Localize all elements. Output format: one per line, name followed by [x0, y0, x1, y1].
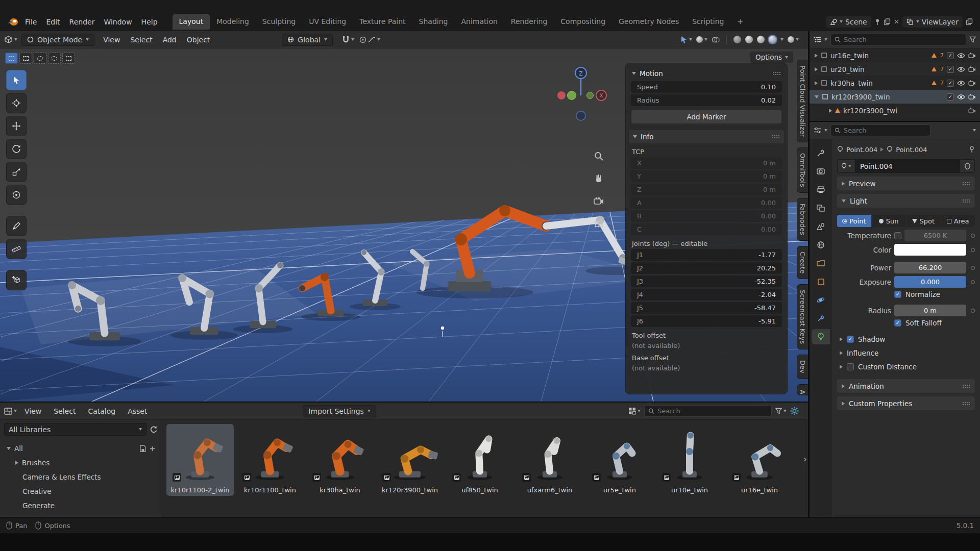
animate-dot[interactable]	[971, 234, 975, 238]
joint-j2-field[interactable]: J220.25	[631, 262, 782, 274]
workspace-tab-texture-paint[interactable]: Texture Paint	[353, 14, 412, 30]
light-type-spot-button[interactable]: Spot	[906, 215, 941, 227]
workspace-tab-rendering[interactable]: Rendering	[504, 14, 554, 30]
expand-icon[interactable]	[815, 54, 818, 58]
asset-tile-ur10e[interactable]: ur10e_twin	[656, 424, 723, 496]
asset-tile-ur16e[interactable]: ur16e_twin	[726, 424, 793, 496]
animation-panel-header[interactable]: Animation	[837, 379, 975, 393]
camera-view-icon[interactable]	[592, 194, 605, 208]
animate-dot[interactable]	[971, 266, 975, 270]
tab-fabnodes[interactable]: Fabnodes	[797, 198, 808, 241]
menu-file[interactable]: File	[20, 16, 41, 28]
new-scene-icon[interactable]	[884, 18, 891, 26]
asset-search-input[interactable]	[657, 407, 768, 415]
workspace-add-button[interactable]: +	[730, 14, 750, 30]
expand-icon[interactable]	[815, 81, 818, 85]
outliner-editor-icon[interactable]	[814, 36, 821, 43]
tab-dev[interactable]: Dev	[797, 355, 808, 379]
shading-solid-button[interactable]	[745, 36, 753, 43]
save-catalog-icon[interactable]	[140, 445, 146, 452]
exclude-checkbox[interactable]: ✓	[947, 52, 954, 59]
asset-search[interactable]	[644, 405, 772, 417]
tab-constraints[interactable]	[812, 311, 830, 326]
properties-search-input[interactable]	[844, 127, 926, 134]
workspace-tab-compositing[interactable]: Compositing	[554, 14, 612, 30]
asset-tile-kr120r3900[interactable]: kr120r3900_twin	[376, 424, 444, 496]
tool-cursor[interactable]	[6, 93, 27, 113]
animate-dot[interactable]	[971, 248, 975, 252]
pin-icon[interactable]	[969, 146, 975, 153]
shadow-checkbox[interactable]: ✓	[847, 336, 854, 343]
temperature-field[interactable]: 6500 K	[904, 230, 966, 241]
snap-toggle[interactable]	[342, 36, 354, 43]
properties-options-chevron[interactable]	[973, 129, 976, 132]
zoom-icon[interactable]	[592, 149, 605, 163]
camera-visibility-icon[interactable]	[968, 108, 976, 113]
tab-tool[interactable]	[812, 145, 830, 161]
menu-edit[interactable]: Edit	[41, 16, 64, 28]
asset-tile-ur5e[interactable]: ur5e_twin	[586, 424, 653, 496]
exclude-checkbox[interactable]: ✓	[947, 80, 954, 87]
fake-user-button[interactable]	[960, 159, 975, 173]
collapse-icon[interactable]	[815, 95, 819, 98]
menu-view[interactable]: View	[99, 34, 125, 46]
gizmo-y-axis[interactable]	[568, 91, 576, 100]
workspace-tab-layout[interactable]: Layout	[173, 14, 210, 30]
tool-transform[interactable]	[6, 185, 27, 205]
tab-truncated[interactable]: A	[797, 384, 808, 395]
ortho-grid-icon[interactable]	[592, 217, 605, 230]
asset-tile-kr30ha[interactable]: kr30ha_twin	[306, 424, 374, 496]
filter-button[interactable]	[775, 408, 787, 414]
panel-drag-dots[interactable]	[962, 199, 970, 203]
transform-orientation-dropdown[interactable]: Global	[282, 34, 333, 46]
workspace-tab-scripting[interactable]: Scripting	[685, 14, 730, 30]
catalog-all[interactable]: All	[4, 441, 158, 456]
shading-material-button[interactable]	[757, 36, 765, 43]
viewport-3d[interactable]: Options Z X	[0, 48, 808, 402]
normalize-checkbox[interactable]: ✓	[894, 291, 901, 298]
editor-type-button[interactable]	[4, 36, 17, 43]
asset-editor-type-button[interactable]	[4, 408, 17, 415]
shading-options-chevron[interactable]	[780, 38, 783, 41]
camera-visibility-icon[interactable]	[968, 53, 976, 58]
tool-add-cube[interactable]	[6, 270, 27, 290]
outliner-search-input[interactable]	[844, 36, 962, 43]
joint-j5-field[interactable]: J5-58.47	[631, 302, 782, 314]
view-layer-selector[interactable]: ViewLayer	[902, 16, 963, 28]
menu-select[interactable]: Select	[126, 34, 157, 46]
refresh-library-button[interactable]	[150, 425, 158, 434]
custom-distance-subpanel-header[interactable]: ✓ Custom Distance	[837, 360, 975, 373]
use-temperature-checkbox[interactable]: ✓	[894, 232, 901, 239]
light-panel-header[interactable]: Light	[837, 194, 975, 208]
panel-drag-dots[interactable]	[962, 384, 970, 388]
shadow-subpanel-header[interactable]: ✓ Shadow	[837, 332, 975, 346]
tab-render[interactable]	[812, 164, 830, 179]
scene-selector[interactable]: Scene	[826, 16, 871, 28]
gizmo-z-negative[interactable]	[576, 111, 585, 120]
animate-dot[interactable]	[971, 280, 975, 284]
menu-select[interactable]: Select	[49, 405, 80, 417]
expand-icon[interactable]	[829, 109, 832, 113]
menu-catalog[interactable]: Catalog	[83, 405, 120, 417]
outliner-row-ur16e[interactable]: ur16e_twin 7 ✓	[810, 48, 980, 62]
soft-falloff-checkbox[interactable]: ✓	[894, 319, 901, 327]
radius-slider[interactable]: Radius 0.02	[631, 94, 782, 106]
workspace-tab-modeling[interactable]: Modeling	[210, 14, 256, 30]
catalog-creative[interactable]: Creative	[4, 484, 158, 498]
asset-tile-kr10r1100[interactable]: kr10r1100_twin	[236, 424, 304, 496]
shading-wireframe-button[interactable]	[733, 36, 741, 43]
navigation-gizmo[interactable]: Z X	[550, 65, 611, 126]
display-size-button[interactable]	[628, 407, 641, 415]
tab-object[interactable]	[812, 274, 830, 289]
expand-icon[interactable]	[815, 67, 818, 71]
tool-select-box[interactable]	[6, 70, 27, 90]
add-marker-button[interactable]: Add Marker	[631, 110, 782, 124]
catalog-camera-lens-effects[interactable]: Camera & Lens Effects	[4, 470, 158, 484]
light-type-point-button[interactable]: Point	[837, 215, 871, 227]
camera-visibility-icon[interactable]	[968, 94, 976, 99]
chevron-down-icon[interactable]	[824, 38, 827, 41]
select-mode-circle-button[interactable]	[34, 53, 46, 64]
animate-dot[interactable]	[971, 309, 975, 313]
tool-annotate[interactable]	[6, 216, 27, 236]
panel-drag-dots[interactable]	[772, 135, 780, 139]
